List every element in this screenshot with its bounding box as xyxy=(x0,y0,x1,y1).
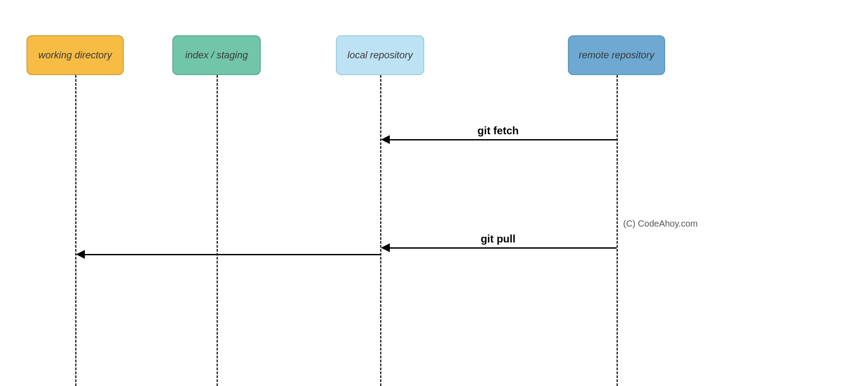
lifeline-remote-repository xyxy=(617,75,618,386)
arrow-head-git-fetch xyxy=(381,135,390,144)
arrow-label-git-pull: git pull xyxy=(481,233,516,245)
diagram-canvas: working directory index / staging local … xyxy=(0,0,868,386)
participant-label: index / staging xyxy=(185,49,248,61)
participant-label: local repository xyxy=(347,49,413,61)
arrow-git-fetch xyxy=(389,139,617,140)
lifeline-index-staging xyxy=(217,75,218,386)
participant-label: working directory xyxy=(38,49,112,61)
participant-working-directory: working directory xyxy=(27,35,124,75)
participant-index-staging: index / staging xyxy=(172,35,261,75)
arrow-git-pull-left xyxy=(84,254,380,255)
participant-local-repository: local repository xyxy=(336,35,424,75)
participant-label: remote repository xyxy=(579,49,654,61)
copyright-text: (C) CodeAhoy.com xyxy=(623,219,698,229)
arrow-git-pull-right xyxy=(389,247,617,249)
participant-remote-repository: remote repository xyxy=(568,35,665,75)
lifeline-working-directory xyxy=(75,75,76,386)
arrow-head-git-pull-left xyxy=(76,250,85,259)
arrow-head-git-pull-right xyxy=(381,243,390,252)
lifeline-local-repository xyxy=(380,75,381,386)
arrow-label-git-fetch: git fetch xyxy=(477,125,518,137)
